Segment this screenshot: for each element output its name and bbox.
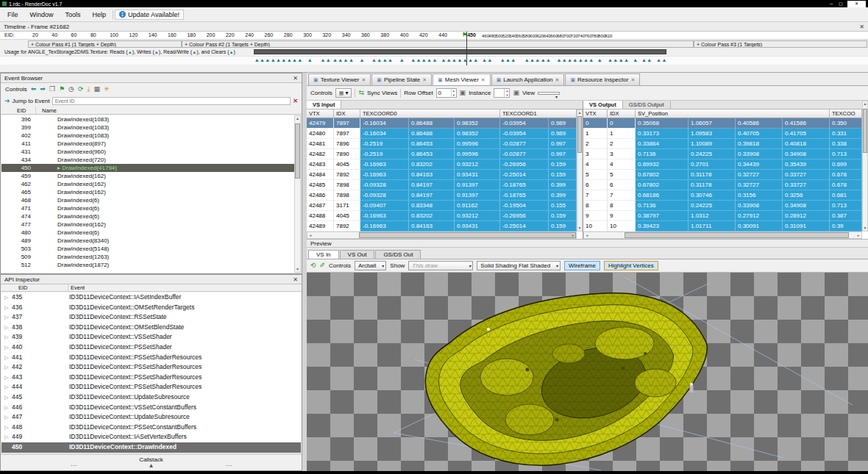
close-button[interactable]: ✕ xyxy=(847,1,866,7)
data-row[interactable]: 424867898-0.093280.841970.91397-0.187650… xyxy=(307,190,583,201)
doc-tab-resource-inspector[interactable]: ▣Resource Inspector✕ xyxy=(565,73,640,85)
scroll-up-icon[interactable]: ▲ xyxy=(577,110,582,115)
stepper-arrows-icon[interactable]: ▲▼ xyxy=(504,89,509,98)
data-row[interactable]: 424834045-0.169630.832020.93212-0.269560… xyxy=(307,159,583,170)
api-event-row[interactable]: ▷444ID3D11DeviceContext::PSSetShaderReso… xyxy=(1,382,301,392)
event-row[interactable]: 477DrawIndexed(162) xyxy=(1,220,294,229)
menu-window[interactable]: Window xyxy=(25,10,59,20)
api-event-row[interactable]: ▷441ID3D11DeviceContext::PSSetShaderReso… xyxy=(1,353,301,363)
event-row[interactable]: 411DrawIndexed(897) xyxy=(1,140,294,148)
event-row[interactable]: 434DrawIndexed(720) xyxy=(1,156,294,164)
scroll-thumb[interactable] xyxy=(863,109,867,153)
column-header-texcoord0[interactable]: TEXCOORD0 xyxy=(360,109,500,118)
column-header-sv-position[interactable]: SV_Position xyxy=(636,109,830,118)
preview-tab-vs-in[interactable]: VS In xyxy=(308,250,339,259)
column-header-name[interactable]: Name xyxy=(36,107,57,114)
expander-icon[interactable]: ▷ xyxy=(1,412,12,423)
bookmark-icon[interactable]: ❐ xyxy=(49,86,55,93)
event-row[interactable]: 471DrawIndexed(6) xyxy=(1,204,294,212)
expander-icon[interactable]: ▷ xyxy=(1,392,12,403)
tab-close-icon[interactable]: ✕ xyxy=(361,77,366,83)
api-event-row[interactable]: ▷440ID3D11DeviceContext::PSSetShader xyxy=(1,342,301,353)
scroll-down-icon[interactable]: ▼ xyxy=(577,226,582,231)
api-event-row[interactable]: ▷446ID3D11DeviceContext::VSSetConstantBu… xyxy=(1,403,301,413)
api-event-row[interactable]: ▷443ID3D11DeviceContext::PSSetShaderReso… xyxy=(1,373,301,383)
tab-close-icon[interactable]: ✕ xyxy=(630,77,635,83)
column-header-eid[interactable]: EID xyxy=(1,284,68,291)
timeline-close-icon[interactable]: ✕ xyxy=(859,24,864,30)
data-row[interactable]: 424827890-0.25190.864530.99596-0.028770.… xyxy=(307,149,583,159)
expander-icon[interactable]: ▷ xyxy=(1,303,12,313)
colour-pass-1[interactable]: + Colour Pass #1 (1 Targets + Depth) xyxy=(28,40,182,48)
scroll-right-icon[interactable]: ▸ xyxy=(570,232,576,239)
minimize-button[interactable]: ─ xyxy=(828,1,834,7)
column-header-event[interactable]: Event xyxy=(68,284,85,291)
highlight-vertices-toggle[interactable]: Highlight Vertices xyxy=(604,261,658,270)
scroll-thumb[interactable] xyxy=(359,232,576,238)
api-inspector-close-icon[interactable]: ✕ xyxy=(293,276,298,283)
callstack-splitter[interactable]: ⋯ ▲ ⋯ xyxy=(1,463,302,469)
stepper-arrows-icon[interactable]: ▲▼ xyxy=(451,89,456,98)
sync-views-icon[interactable]: ⇆ xyxy=(358,90,364,96)
scroll-left-icon[interactable]: ◂ xyxy=(584,232,590,239)
api-event-row[interactable]: ▷438ID3D11DeviceContext::OMSetBlendState xyxy=(1,323,301,333)
event-row[interactable]: 431DrawIndexed(960) xyxy=(1,148,294,156)
expander-icon[interactable]: ▷ xyxy=(1,332,12,342)
event-browser-vscrollbar[interactable]: ▲ ▼ xyxy=(294,115,301,273)
options-icon[interactable]: ✳ xyxy=(104,86,110,93)
api-event-row[interactable]: ▷439ID3D11DeviceContext::VSSetShader xyxy=(1,332,301,342)
tab-close-icon[interactable]: ✕ xyxy=(481,77,485,83)
refresh-icon[interactable]: ⟳ xyxy=(78,86,84,93)
menu-file[interactable]: File xyxy=(2,10,24,20)
vs-input-vscrollbar[interactable]: ▲ ▼ xyxy=(577,109,583,231)
doc-tab-pipeline-state[interactable]: ▣Pipeline State✕ xyxy=(371,73,432,85)
vs-output-vscrollbar[interactable]: ▲ ▼ xyxy=(862,101,868,231)
collapse-arrow-icon[interactable]: ▲ xyxy=(149,463,154,469)
callstack-section[interactable]: Callstack ⋯ ▲ ⋯ xyxy=(1,453,302,470)
instance-stepper[interactable]: ▲▼ xyxy=(494,88,510,98)
scroll-thumb[interactable] xyxy=(577,116,582,153)
menu-help[interactable]: Help xyxy=(88,10,112,20)
scroll-down-icon[interactable]: ▼ xyxy=(863,226,867,231)
event-row[interactable]: 465DrawIndexed(162) xyxy=(1,188,294,196)
event-row[interactable]: 396DrawIndexed(1083) xyxy=(1,115,294,123)
event-row[interactable]: 462DrawIndexed(162) xyxy=(1,180,294,188)
tab-gs-ds-output[interactable]: GS/DS Output xyxy=(623,101,671,109)
clear-filter-icon[interactable]: ✕ xyxy=(293,98,298,104)
maximize-button[interactable]: ▢ xyxy=(837,1,844,7)
column-header-eid[interactable]: EID xyxy=(1,107,36,114)
event-browser-close-icon[interactable]: ✕ xyxy=(293,75,298,82)
nav-back-icon[interactable]: ⬅ xyxy=(31,86,37,93)
event-row[interactable]: 459DrawIndexed(162) xyxy=(1,172,294,180)
data-row[interactable]: 220.338641.100890.398180.408180.338 xyxy=(583,139,868,149)
event-row[interactable]: 503DrawIndexed(5148) xyxy=(1,245,294,253)
expander-icon[interactable]: ▷ xyxy=(1,323,12,333)
tab-vs-output[interactable]: VS Output xyxy=(583,101,623,109)
column-header-texcoord[interactable]: TEXCOO xyxy=(830,109,862,118)
row-offset-stepper[interactable]: 0▲▼ xyxy=(436,88,457,98)
data-row[interactable]: 990.387971.03120.279120.289120.387 xyxy=(583,211,868,221)
view-combo[interactable]: ▾ xyxy=(538,92,560,95)
api-event-row[interactable]: ▷436ID3D11DeviceContext::OMSetRenderTarg… xyxy=(1,303,301,313)
expander-icon[interactable]: ▷ xyxy=(1,292,12,303)
data-row[interactable]: 424847892-0.169630.841630.93431-0.250140… xyxy=(307,170,583,180)
data-row[interactable]: 660.678020.311780.327270.337270.678 xyxy=(583,180,868,190)
event-row[interactable]: 512DrawIndexed(1872) xyxy=(1,261,294,269)
wireframe-toggle[interactable]: Wireframe xyxy=(564,261,600,270)
scroll-left-icon[interactable]: ◂ xyxy=(307,232,313,239)
time-draws-icon[interactable]: ◷ xyxy=(68,86,74,93)
column-header-vtx[interactable]: VTX xyxy=(307,109,334,118)
scroll-up-icon[interactable]: ▲ xyxy=(863,101,867,107)
tab-close-icon[interactable]: ✕ xyxy=(555,77,560,83)
event-row[interactable]: 509DrawIndexed(1263) xyxy=(1,253,294,261)
scroll-right-icon[interactable]: ▸ xyxy=(855,232,861,239)
api-event-row[interactable]: 450ID3D11DeviceContext::DrawIndexed xyxy=(1,442,301,453)
expander-icon[interactable]: ▷ xyxy=(1,342,12,353)
colour-pass-2[interactable]: + Colour Pass #2 (1 Targets + Depth) xyxy=(182,40,694,48)
scroll-thumb[interactable] xyxy=(625,232,849,238)
event-row[interactable]: 489DrawIndexed(8340) xyxy=(1,237,294,245)
scroll-up-icon[interactable]: ▲ xyxy=(295,116,300,121)
data-row[interactable]: 424873171-0.094070.833480.91162-0.195040… xyxy=(307,201,583,211)
api-event-row[interactable]: ▷445ID3D11DeviceContext::UpdateSubresour… xyxy=(1,392,301,403)
column-header-idx[interactable]: IDX xyxy=(608,109,636,118)
